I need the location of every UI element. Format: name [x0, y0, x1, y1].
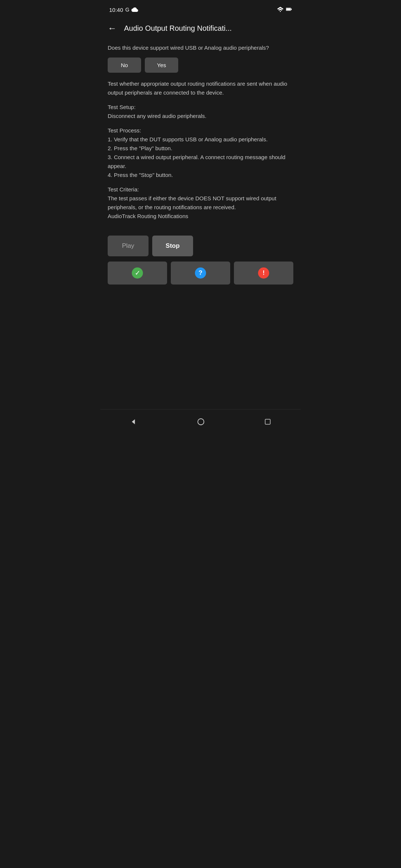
test-process-content: 1. Verify that the DUT supports USB or A… — [108, 135, 293, 180]
info-question-icon: ? — [195, 267, 206, 279]
fail-exclamation-icon: ! — [258, 267, 269, 279]
nav-bar — [100, 409, 301, 434]
toolbar: ← Audio Output Routing Notificati... — [100, 18, 301, 41]
stop-button[interactable]: Stop — [152, 236, 193, 256]
back-button[interactable]: ← — [106, 22, 118, 35]
svg-rect-6 — [265, 419, 270, 424]
test-process-title: Test Process: — [108, 127, 293, 134]
no-button[interactable]: No — [108, 57, 141, 73]
svg-point-5 — [198, 419, 204, 425]
test-criteria-content: The test passes if either the device DOE… — [108, 194, 293, 221]
test-criteria-title: Test Criteria: — [108, 186, 293, 193]
usb-question-text: Does this device support wired USB or An… — [108, 44, 293, 52]
pass-button[interactable]: ✓ — [108, 262, 167, 285]
page-title: Audio Output Routing Notificati... — [124, 24, 295, 33]
svg-rect-2 — [291, 9, 292, 10]
status-bar: 10:40 G — [100, 0, 301, 18]
test-setup-title: Test Setup: — [108, 104, 293, 110]
main-content: Does this device support wired USB or An… — [100, 41, 301, 409]
fail-button[interactable]: ! — [234, 262, 293, 285]
pass-check-icon: ✓ — [132, 267, 143, 279]
cloud-icon — [131, 7, 138, 13]
time-display: 10:40 — [109, 7, 123, 13]
action-row: Play Stop — [108, 236, 293, 256]
info-button[interactable]: ? — [171, 262, 230, 285]
status-right — [277, 7, 292, 13]
yesno-row: No Yes — [108, 57, 293, 73]
google-logo: G — [125, 7, 130, 13]
status-left: 10:40 G — [109, 7, 138, 13]
nav-home-button[interactable] — [189, 415, 212, 429]
nav-recent-button[interactable] — [257, 415, 278, 428]
yes-button[interactable]: Yes — [145, 57, 178, 73]
test-setup-content: Disconnect any wired audio peripherals. — [108, 112, 293, 121]
wifi-icon — [277, 7, 284, 13]
svg-marker-4 — [132, 419, 135, 424]
battery-icon — [286, 7, 292, 13]
result-row: ✓ ? ! — [108, 262, 293, 285]
description-text: Test whether appropriate output routing … — [108, 79, 293, 97]
play-button[interactable]: Play — [108, 236, 149, 256]
svg-point-0 — [280, 11, 281, 12]
back-arrow-icon: ← — [108, 23, 117, 33]
svg-rect-3 — [286, 8, 291, 10]
nav-back-button[interactable] — [123, 415, 145, 428]
